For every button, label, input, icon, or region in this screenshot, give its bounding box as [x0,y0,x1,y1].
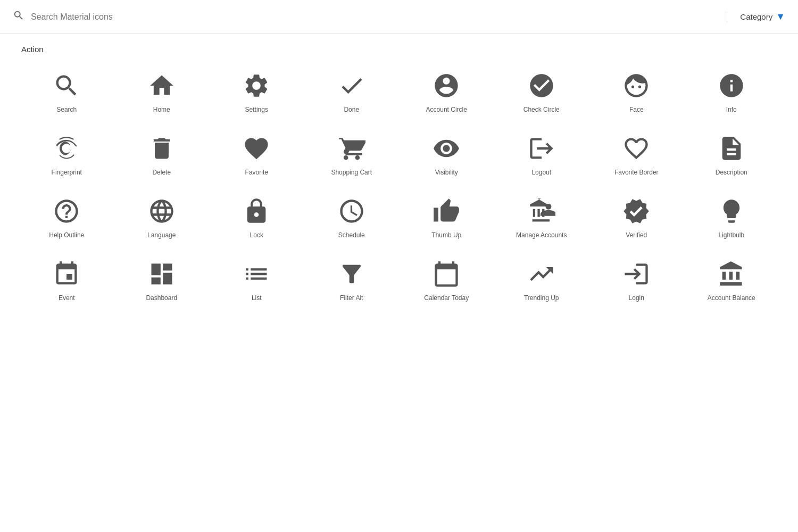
icon-label-calendar_today: Calendar Today [424,294,469,303]
icon-cell-language[interactable]: Language [117,188,207,246]
icon-label-trending_up: Trending Up [524,294,559,303]
icon-cell-trending_up[interactable]: Trending Up [496,251,587,309]
icon-cell-thumb_up[interactable]: Thumb Up [401,188,492,246]
lock-icon [243,197,270,225]
favorite_border-icon [622,135,650,162]
icon-label-lock: Lock [250,231,263,240]
icon-cell-check_circle[interactable]: Check Circle [496,62,587,121]
shopping_cart-icon [338,135,365,162]
icon-cell-manage_accounts[interactable]: Manage Accounts [496,188,587,246]
account_circle-icon [433,72,460,99]
icon-label-manage_accounts: Manage Accounts [516,231,567,240]
icon-label-favorite: Favorite [245,169,268,177]
chevron-down-icon: ▼ [776,11,785,22]
search-input[interactable] [31,12,727,22]
icon-cell-shopping_cart[interactable]: Shopping Cart [306,125,397,184]
icon-label-filter_alt: Filter Alt [340,294,363,303]
icon-label-check_circle: Check Circle [523,106,560,114]
icon-label-visibility: Visibility [435,169,458,177]
thumb_up-icon [433,197,460,225]
manage_accounts-icon [528,197,555,225]
icon-label-account_circle: Account Circle [426,106,467,114]
language-icon [148,197,176,225]
main-content: Action SearchHomeSettingsDoneAccount Cir… [0,34,798,320]
icon-label-dashboard: Dashboard [146,294,177,303]
icon-cell-home[interactable]: Home [117,62,207,121]
home-icon [148,72,176,99]
icon-cell-lock[interactable]: Lock [211,188,302,246]
info-icon [718,72,745,99]
category-title: Action [21,45,777,54]
icon-cell-face[interactable]: Face [591,62,682,121]
icon-cell-login[interactable]: Login [591,251,682,309]
icon-cell-done[interactable]: Done [306,62,397,121]
filter_alt-icon [338,260,365,288]
face-icon [622,72,650,99]
icon-label-schedule: Schedule [338,231,365,240]
icon-label-logout: Logout [531,169,551,177]
icon-cell-search[interactable]: Search [21,62,112,121]
icon-cell-schedule[interactable]: Schedule [306,188,397,246]
trending_up-icon [528,260,555,288]
settings-icon [243,72,270,99]
icon-cell-account_circle[interactable]: Account Circle [401,62,492,121]
icon-label-favorite_border: Favorite Border [614,169,659,177]
icon-label-fingerprint: Fingerprint [52,169,82,177]
icon-label-event: Event [59,294,75,303]
icon-cell-help_outline[interactable]: Help Outline [21,188,112,246]
svg-point-0 [545,204,551,210]
search-icon-header [13,10,24,24]
icon-cell-verified[interactable]: Verified [591,188,682,246]
logout-icon [528,135,555,162]
icon-cell-filter_alt[interactable]: Filter Alt [306,251,397,309]
delete-icon [148,135,176,162]
icon-label-description: Description [716,169,747,177]
icon-cell-lightbulb[interactable]: Lightbulb [686,188,777,246]
fingerprint-icon [53,135,80,162]
help_outline-icon [53,197,80,225]
icon-cell-account_balance[interactable]: Account Balance [686,251,777,309]
header: Category ▼ [0,0,798,34]
lightbulb-icon [718,197,745,225]
icon-cell-fingerprint[interactable]: Fingerprint [21,125,112,184]
icon-cell-settings[interactable]: Settings [211,62,302,121]
icon-label-face: Face [629,106,644,114]
icon-label-done: Done [344,106,359,114]
icon-label-shopping_cart: Shopping Cart [331,169,372,177]
icon-cell-list[interactable]: List [211,251,302,309]
icon-label-settings: Settings [245,106,268,114]
account_balance-icon [718,260,745,288]
icon-cell-favorite[interactable]: Favorite [211,125,302,184]
icon-label-account_balance: Account Balance [708,294,755,303]
favorite-icon [243,135,270,162]
schedule-icon [338,197,365,225]
icon-cell-delete[interactable]: Delete [117,125,207,184]
list-icon [243,260,270,288]
icon-grid: SearchHomeSettingsDoneAccount CircleChec… [21,62,777,309]
icon-label-list: List [252,294,262,303]
icon-cell-visibility[interactable]: Visibility [401,125,492,184]
icon-cell-info[interactable]: Info [686,62,777,121]
event-icon [53,260,80,288]
login-icon [622,260,650,288]
search-icon [53,72,80,99]
verified-icon [622,197,650,225]
icon-label-language: Language [147,231,176,240]
done-icon [338,72,365,99]
search-area [13,10,727,24]
dashboard-icon [148,260,176,288]
icon-cell-event[interactable]: Event [21,251,112,309]
icon-cell-favorite_border[interactable]: Favorite Border [591,125,682,184]
category-label: Category [740,12,772,21]
icon-cell-calendar_today[interactable]: Calendar Today [401,251,492,309]
icon-label-login: Login [629,294,644,303]
category-dropdown[interactable]: Category ▼ [727,11,785,22]
icon-cell-description[interactable]: Description [686,125,777,184]
icon-cell-logout[interactable]: Logout [496,125,587,184]
calendar_today-icon [433,260,460,288]
icon-label-home: Home [153,106,170,114]
check_circle-icon [528,72,555,99]
icon-label-search: Search [56,106,77,114]
icon-label-delete: Delete [152,169,171,177]
icon-cell-dashboard[interactable]: Dashboard [117,251,207,309]
